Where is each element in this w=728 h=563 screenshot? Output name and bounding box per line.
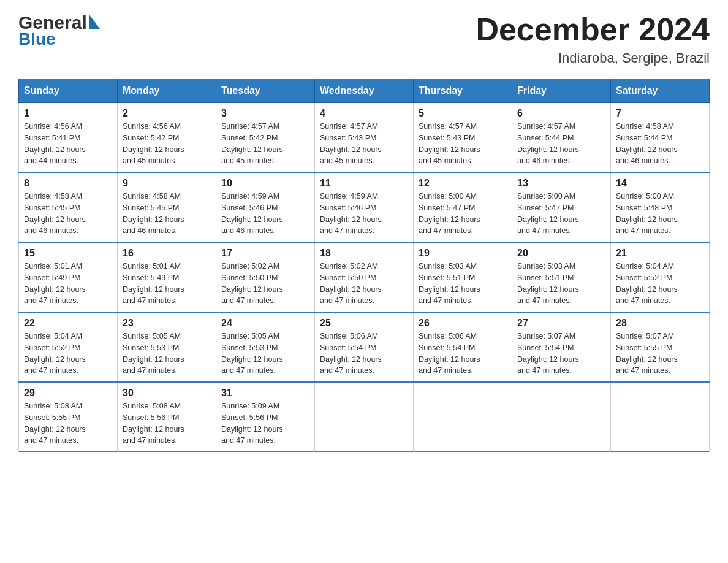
day-info: Sunrise: 5:01 AMSunset: 5:49 PMDaylight:… bbox=[24, 261, 112, 307]
calendar-cell: 4Sunrise: 4:57 AMSunset: 5:43 PMDaylight… bbox=[315, 103, 414, 173]
day-info: Sunrise: 4:58 AMSunset: 5:45 PMDaylight:… bbox=[24, 191, 112, 237]
day-number: 10 bbox=[221, 178, 309, 189]
calendar-week-row: 1Sunrise: 4:56 AMSunset: 5:41 PMDaylight… bbox=[19, 103, 710, 173]
calendar-cell: 14Sunrise: 5:00 AMSunset: 5:48 PMDayligh… bbox=[611, 172, 710, 242]
day-info: Sunrise: 5:08 AMSunset: 5:55 PMDaylight:… bbox=[24, 400, 112, 446]
day-info: Sunrise: 5:00 AMSunset: 5:47 PMDaylight:… bbox=[517, 191, 605, 237]
day-number: 11 bbox=[320, 178, 408, 189]
day-number: 13 bbox=[517, 178, 605, 189]
day-number: 8 bbox=[24, 178, 112, 189]
day-number: 26 bbox=[419, 318, 507, 329]
calendar-cell: 8Sunrise: 4:58 AMSunset: 5:45 PMDaylight… bbox=[19, 172, 118, 242]
day-info: Sunrise: 4:57 AMSunset: 5:44 PMDaylight:… bbox=[517, 121, 605, 167]
day-number: 6 bbox=[517, 108, 605, 119]
calendar-week-row: 22Sunrise: 5:04 AMSunset: 5:52 PMDayligh… bbox=[19, 312, 710, 382]
logo-area: General Blue bbox=[18, 12, 100, 49]
calendar-cell: 29Sunrise: 5:08 AMSunset: 5:55 PMDayligh… bbox=[19, 382, 118, 452]
calendar-cell: 7Sunrise: 4:58 AMSunset: 5:44 PMDaylight… bbox=[611, 103, 710, 173]
day-number: 4 bbox=[320, 108, 408, 119]
calendar-cell: 21Sunrise: 5:04 AMSunset: 5:52 PMDayligh… bbox=[611, 242, 710, 312]
day-number: 3 bbox=[221, 108, 309, 119]
calendar-cell bbox=[611, 382, 710, 452]
calendar-cell bbox=[512, 382, 611, 452]
day-info: Sunrise: 5:05 AMSunset: 5:53 PMDaylight:… bbox=[221, 331, 309, 377]
day-info: Sunrise: 5:00 AMSunset: 5:48 PMDaylight:… bbox=[616, 191, 704, 237]
day-number: 23 bbox=[123, 318, 211, 329]
day-number: 9 bbox=[123, 178, 211, 189]
calendar-cell: 6Sunrise: 4:57 AMSunset: 5:44 PMDaylight… bbox=[512, 103, 611, 173]
day-info: Sunrise: 4:57 AMSunset: 5:43 PMDaylight:… bbox=[320, 121, 408, 167]
day-info: Sunrise: 5:01 AMSunset: 5:49 PMDaylight:… bbox=[123, 261, 211, 307]
calendar-title: December 2024 bbox=[476, 12, 710, 47]
calendar-cell bbox=[414, 382, 512, 452]
day-number: 28 bbox=[616, 318, 704, 329]
calendar-cell: 3Sunrise: 4:57 AMSunset: 5:42 PMDaylight… bbox=[216, 103, 315, 173]
day-info: Sunrise: 5:02 AMSunset: 5:50 PMDaylight:… bbox=[320, 261, 408, 307]
day-number: 20 bbox=[517, 248, 605, 259]
calendar-header-row: SundayMondayTuesdayWednesdayThursdayFrid… bbox=[19, 79, 710, 103]
header-monday: Monday bbox=[118, 79, 216, 103]
day-info: Sunrise: 5:07 AMSunset: 5:54 PMDaylight:… bbox=[517, 331, 605, 377]
header-sunday: Sunday bbox=[19, 79, 118, 103]
calendar-cell: 19Sunrise: 5:03 AMSunset: 5:51 PMDayligh… bbox=[414, 242, 512, 312]
calendar-cell: 12Sunrise: 5:00 AMSunset: 5:47 PMDayligh… bbox=[414, 172, 512, 242]
calendar-cell bbox=[315, 382, 414, 452]
day-info: Sunrise: 5:03 AMSunset: 5:51 PMDaylight:… bbox=[419, 261, 507, 307]
day-info: Sunrise: 5:09 AMSunset: 5:56 PMDaylight:… bbox=[221, 400, 309, 446]
day-info: Sunrise: 5:00 AMSunset: 5:47 PMDaylight:… bbox=[419, 191, 507, 237]
day-info: Sunrise: 4:57 AMSunset: 5:43 PMDaylight:… bbox=[419, 121, 507, 167]
day-info: Sunrise: 5:07 AMSunset: 5:55 PMDaylight:… bbox=[616, 331, 704, 377]
calendar-cell: 9Sunrise: 4:58 AMSunset: 5:45 PMDaylight… bbox=[118, 172, 216, 242]
calendar-cell: 25Sunrise: 5:06 AMSunset: 5:54 PMDayligh… bbox=[315, 312, 414, 382]
header-wednesday: Wednesday bbox=[315, 79, 414, 103]
day-number: 19 bbox=[419, 248, 507, 259]
calendar-cell: 2Sunrise: 4:56 AMSunset: 5:42 PMDaylight… bbox=[118, 103, 216, 173]
day-number: 31 bbox=[221, 388, 309, 399]
day-number: 16 bbox=[123, 248, 211, 259]
day-info: Sunrise: 5:02 AMSunset: 5:50 PMDaylight:… bbox=[221, 261, 309, 307]
calendar-cell: 18Sunrise: 5:02 AMSunset: 5:50 PMDayligh… bbox=[315, 242, 414, 312]
day-number: 27 bbox=[517, 318, 605, 329]
calendar-cell: 31Sunrise: 5:09 AMSunset: 5:56 PMDayligh… bbox=[216, 382, 315, 452]
header-friday: Friday bbox=[512, 79, 611, 103]
calendar-cell: 1Sunrise: 4:56 AMSunset: 5:41 PMDaylight… bbox=[19, 103, 118, 173]
day-number: 21 bbox=[616, 248, 704, 259]
calendar-cell: 17Sunrise: 5:02 AMSunset: 5:50 PMDayligh… bbox=[216, 242, 315, 312]
day-info: Sunrise: 4:59 AMSunset: 5:46 PMDaylight:… bbox=[221, 191, 309, 237]
day-info: Sunrise: 5:06 AMSunset: 5:54 PMDaylight:… bbox=[419, 331, 507, 377]
day-info: Sunrise: 4:59 AMSunset: 5:46 PMDaylight:… bbox=[320, 191, 408, 237]
day-number: 24 bbox=[221, 318, 309, 329]
calendar-week-row: 29Sunrise: 5:08 AMSunset: 5:55 PMDayligh… bbox=[19, 382, 710, 452]
day-info: Sunrise: 4:57 AMSunset: 5:42 PMDaylight:… bbox=[221, 121, 309, 167]
calendar-cell: 23Sunrise: 5:05 AMSunset: 5:53 PMDayligh… bbox=[118, 312, 216, 382]
calendar-cell: 5Sunrise: 4:57 AMSunset: 5:43 PMDaylight… bbox=[414, 103, 512, 173]
title-area: December 2024 Indiaroba, Sergipe, Brazil bbox=[476, 12, 710, 66]
day-info: Sunrise: 5:03 AMSunset: 5:51 PMDaylight:… bbox=[517, 261, 605, 307]
day-info: Sunrise: 4:56 AMSunset: 5:41 PMDaylight:… bbox=[24, 121, 112, 167]
calendar-week-row: 15Sunrise: 5:01 AMSunset: 5:49 PMDayligh… bbox=[19, 242, 710, 312]
calendar-week-row: 8Sunrise: 4:58 AMSunset: 5:45 PMDaylight… bbox=[19, 172, 710, 242]
day-number: 17 bbox=[221, 248, 309, 259]
calendar-cell: 30Sunrise: 5:08 AMSunset: 5:56 PMDayligh… bbox=[118, 382, 216, 452]
day-info: Sunrise: 5:08 AMSunset: 5:56 PMDaylight:… bbox=[123, 400, 211, 446]
svg-marker-0 bbox=[89, 14, 100, 29]
calendar-cell: 10Sunrise: 4:59 AMSunset: 5:46 PMDayligh… bbox=[216, 172, 315, 242]
day-number: 1 bbox=[24, 108, 112, 119]
day-number: 2 bbox=[123, 108, 211, 119]
calendar-cell: 20Sunrise: 5:03 AMSunset: 5:51 PMDayligh… bbox=[512, 242, 611, 312]
calendar-cell: 13Sunrise: 5:00 AMSunset: 5:47 PMDayligh… bbox=[512, 172, 611, 242]
day-info: Sunrise: 5:04 AMSunset: 5:52 PMDaylight:… bbox=[24, 331, 112, 377]
header-tuesday: Tuesday bbox=[216, 79, 315, 103]
calendar-cell: 28Sunrise: 5:07 AMSunset: 5:55 PMDayligh… bbox=[611, 312, 710, 382]
day-info: Sunrise: 4:58 AMSunset: 5:45 PMDaylight:… bbox=[123, 191, 211, 237]
day-number: 22 bbox=[24, 318, 112, 329]
calendar-cell: 15Sunrise: 5:01 AMSunset: 5:49 PMDayligh… bbox=[19, 242, 118, 312]
day-number: 25 bbox=[320, 318, 408, 329]
page-header: General Blue December 2024 Indiaroba, Se… bbox=[18, 12, 710, 66]
logo-triangle-icon bbox=[89, 14, 100, 31]
day-number: 15 bbox=[24, 248, 112, 259]
day-number: 12 bbox=[419, 178, 507, 189]
calendar-cell: 16Sunrise: 5:01 AMSunset: 5:49 PMDayligh… bbox=[118, 242, 216, 312]
day-info: Sunrise: 5:05 AMSunset: 5:53 PMDaylight:… bbox=[123, 331, 211, 377]
day-number: 18 bbox=[320, 248, 408, 259]
